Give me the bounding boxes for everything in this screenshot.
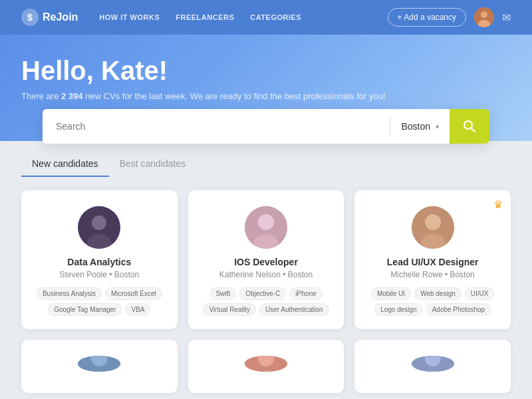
search-input[interactable] bbox=[56, 109, 376, 144]
location-text: Boston bbox=[401, 121, 430, 132]
navbar: $ ReJoin HOW IT WORKS FREELANCERS CATEGO… bbox=[0, 0, 532, 35]
tag: Web design bbox=[414, 287, 462, 300]
nav-logo[interactable]: $ ReJoin bbox=[21, 9, 78, 26]
search-icon bbox=[463, 120, 476, 133]
card-tags-1: Business Analysis Microsoft Excel Google… bbox=[32, 287, 167, 316]
candidate-avatar-3 bbox=[412, 206, 454, 249]
candidate-card-4[interactable] bbox=[21, 340, 178, 393]
subtitle-post: new CVs for the last week. We are ready … bbox=[83, 91, 386, 101]
tag: VBA bbox=[125, 303, 150, 316]
candidate-avatar-2 bbox=[245, 206, 287, 249]
logo-text: ReJoin bbox=[43, 11, 78, 23]
search-button[interactable] bbox=[450, 109, 489, 144]
chevron-down-icon: ▾ bbox=[436, 123, 439, 130]
nav-link-categories[interactable]: CATEGORIES bbox=[250, 13, 301, 21]
add-vacancy-button[interactable]: + Add a vacancy bbox=[388, 8, 466, 27]
svg-point-12 bbox=[425, 214, 441, 230]
candidate-card-1[interactable]: Data Analytics Steven Poole • Boston Bus… bbox=[21, 190, 178, 329]
card-job-title-3: Lead UI/UX Designer bbox=[387, 257, 479, 267]
tag: Logo design bbox=[374, 303, 423, 316]
main-content: New candidates Best candidates Data Anal… bbox=[0, 152, 532, 393]
hero-title: Hello, Kate! bbox=[21, 56, 511, 86]
candidate-card-6[interactable] bbox=[354, 340, 511, 393]
tag: Business Analysis bbox=[37, 287, 102, 300]
search-bar: Boston ▾ bbox=[43, 109, 489, 144]
card-name-location-2: Katherine Nelson • Boston bbox=[219, 270, 313, 279]
nav-actions: + Add a vacancy ✉ bbox=[388, 7, 511, 27]
card-tags-2: Swift Objective-C iPhone Virtual Reality… bbox=[199, 287, 334, 316]
cards-grid: Data Analytics Steven Poole • Boston Bus… bbox=[21, 190, 511, 393]
candidate-avatar-4 bbox=[78, 356, 120, 372]
hero-subtitle: There are 2 394 new CVs for the last wee… bbox=[21, 91, 511, 101]
tag: iPhone bbox=[289, 287, 322, 300]
svg-point-1 bbox=[481, 11, 487, 18]
candidate-card-3[interactable]: ♛ Lead UI/UX Designer Michelle Rowe • Bo… bbox=[354, 190, 511, 329]
nav-link-freelancers[interactable]: FREELANCERS bbox=[176, 13, 234, 21]
crown-icon: ♛ bbox=[493, 198, 503, 211]
tag: Mobile UI bbox=[371, 287, 411, 300]
card-name-location-3: Michelle Rowe • Boston bbox=[391, 270, 475, 279]
search-input-wrapper bbox=[43, 109, 390, 144]
location-selector[interactable]: Boston ▾ bbox=[390, 121, 450, 132]
tag: Objective-C bbox=[239, 287, 286, 300]
logo-icon: $ bbox=[21, 9, 39, 26]
tab-new-candidates[interactable]: New candidates bbox=[21, 152, 109, 176]
tag: Virtual Reality bbox=[203, 303, 256, 316]
candidate-avatar-1 bbox=[78, 206, 120, 249]
card-tags-3: Mobile UI Web design UI/UX Logo design A… bbox=[365, 287, 500, 316]
tag: User Authentication bbox=[259, 303, 329, 316]
svg-line-4 bbox=[471, 128, 475, 132]
nav-link-how-it-works[interactable]: HOW IT WORKS bbox=[99, 13, 160, 21]
candidate-avatar-6 bbox=[412, 356, 454, 372]
tag: Google Tag Manager bbox=[48, 303, 122, 316]
avatar-image bbox=[474, 7, 494, 27]
search-wrapper: Boston ▾ bbox=[0, 109, 532, 144]
svg-point-6 bbox=[92, 215, 106, 230]
tag: Adobe Photoshop bbox=[426, 303, 491, 316]
tabs: New candidates Best candidates bbox=[21, 152, 511, 177]
mail-icon[interactable]: ✉ bbox=[502, 11, 511, 24]
tab-best-candidates[interactable]: Best candidates bbox=[109, 152, 197, 176]
tag: Swift bbox=[209, 287, 236, 300]
tag: Microsoft Excel bbox=[105, 287, 162, 300]
avatar[interactable] bbox=[474, 7, 494, 27]
card-name-location-1: Steven Poole • Boston bbox=[60, 270, 140, 279]
tag: UI/UX bbox=[465, 287, 495, 300]
nav-links: HOW IT WORKS FREELANCERS CATEGORIES bbox=[99, 13, 387, 21]
candidate-avatar-5 bbox=[245, 356, 287, 372]
svg-point-9 bbox=[258, 214, 274, 230]
subtitle-count: 2 394 bbox=[61, 91, 83, 101]
candidate-card-2[interactable]: IOS Developer Katherine Nelson • Boston … bbox=[188, 190, 344, 329]
card-job-title-1: Data Analytics bbox=[67, 257, 131, 267]
subtitle-pre: There are bbox=[21, 91, 61, 101]
candidate-card-5[interactable] bbox=[188, 340, 344, 393]
card-job-title-2: IOS Developer bbox=[234, 257, 298, 267]
